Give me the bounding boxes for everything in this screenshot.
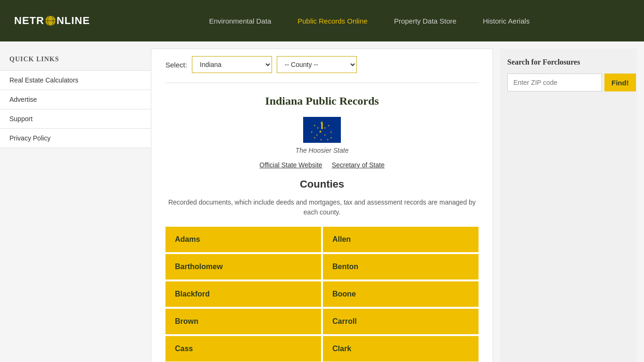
counties-desc: Recorded documents, which include deeds …	[165, 197, 479, 217]
secretary-of-state-link[interactable]: Secretary of State	[332, 161, 385, 169]
right-sidebar: Search for Forclosures Find!	[500, 49, 637, 362]
official-state-link[interactable]: Official State Website	[259, 161, 322, 169]
county-allen[interactable]: Allen	[323, 227, 479, 252]
nav-property-data-store[interactable]: Property Data Store	[381, 0, 470, 41]
main-content: Select: Indiana -- County -- Indiana Pub…	[151, 49, 493, 362]
sidebar-link-privacy[interactable]: Privacy Policy	[0, 128, 151, 148]
left-sidebar: Quick Links Real Estate Calculators Adve…	[0, 41, 151, 362]
county-blackford[interactable]: Blackford	[165, 281, 321, 307]
county-benton[interactable]: Benton	[323, 254, 479, 280]
county-carroll[interactable]: Carroll	[323, 309, 479, 334]
logo[interactable]: NETR NLINE	[14, 15, 90, 27]
state-select[interactable]: Indiana	[192, 56, 272, 73]
logo-globe-icon	[45, 16, 56, 26]
zip-input[interactable]	[507, 74, 602, 91]
foreclosure-title: Search for Forclosures	[507, 58, 630, 66]
foreclosure-form: Find!	[507, 74, 630, 91]
select-bar: Select: Indiana -- County --	[165, 56, 479, 83]
select-label: Select:	[165, 61, 187, 69]
county-brown[interactable]: Brown	[165, 309, 321, 334]
county-bartholomew[interactable]: Bartholomew	[165, 254, 321, 280]
county-select[interactable]: -- County --	[277, 56, 357, 73]
nav-historic-aerials[interactable]: Historic Aerials	[470, 0, 543, 41]
sidebar-link-advertise[interactable]: Advertise	[0, 90, 151, 109]
page-title: Indiana Public Records	[165, 95, 479, 107]
logo-text-nline: NLINE	[57, 15, 90, 27]
page-body: Quick Links Real Estate Calculators Adve…	[0, 41, 644, 362]
svg-text:★: ★	[319, 130, 322, 134]
main-nav: Environmental Data Public Records Online…	[109, 0, 630, 41]
county-grid: Adams Allen Bartholomew Benton Blackford…	[165, 227, 479, 362]
quick-links-title: Quick Links	[0, 51, 151, 70]
nav-environmental-data[interactable]: Environmental Data	[196, 0, 284, 41]
logo-text-netr: NETR	[14, 15, 44, 27]
sidebar-link-support[interactable]: Support	[0, 109, 151, 128]
find-button[interactable]: Find!	[604, 74, 636, 91]
county-adams[interactable]: Adams	[165, 227, 321, 252]
state-nickname: The Hoosier State	[165, 147, 479, 154]
sidebar-link-real-estate[interactable]: Real Estate Calculators	[0, 70, 151, 90]
county-clark[interactable]: Clark	[323, 336, 479, 362]
county-cass[interactable]: Cass	[165, 336, 321, 362]
state-header: Indiana Public Records ★ ★ ★ ★ ★ ★ ★ ★	[165, 95, 479, 169]
counties-title: Counties	[165, 178, 479, 190]
svg-rect-6	[322, 124, 323, 129]
state-links: Official State Website Secretary of Stat…	[165, 161, 479, 169]
county-boone[interactable]: Boone	[323, 281, 479, 307]
state-flag: ★ ★ ★ ★ ★ ★ ★ ★ ★ ★ ★ ★ ★ ★	[303, 117, 341, 143]
nav-public-records[interactable]: Public Records Online	[284, 0, 380, 41]
header: NETR NLINE Environmental Data Public Rec…	[0, 0, 644, 41]
